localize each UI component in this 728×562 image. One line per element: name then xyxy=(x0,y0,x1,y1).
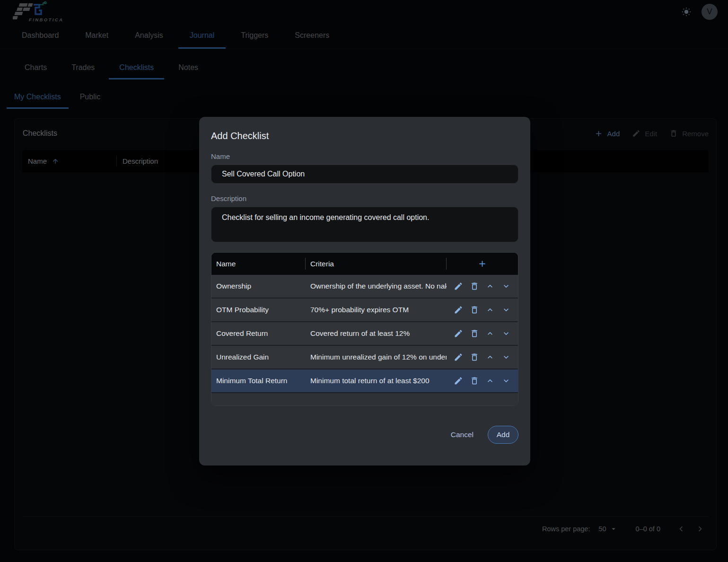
criteria-table-header: Name Criteria xyxy=(211,253,518,275)
chevron-down-icon xyxy=(501,281,511,291)
checklist-description-input[interactable]: Checklist for selling an income generati… xyxy=(211,207,518,242)
criteria-column-name: Name xyxy=(211,253,306,275)
criterion-actions xyxy=(447,304,518,316)
description-field-label: Description xyxy=(211,194,518,202)
criteria-row[interactable]: Minimum Total Return Minimum total retur… xyxy=(211,369,518,393)
chevron-down-icon xyxy=(501,376,511,386)
delete-criterion-button[interactable] xyxy=(469,351,480,363)
criteria-row[interactable]: Unrealized Gain Minimum unrealized gain … xyxy=(211,346,518,369)
criterion-actions xyxy=(447,351,518,363)
delete-criterion-button[interactable] xyxy=(469,281,480,292)
chevron-up-icon xyxy=(485,352,495,362)
move-criterion-up-button[interactable] xyxy=(484,304,496,316)
move-criterion-up-button[interactable] xyxy=(484,328,496,339)
criterion-name: Unrealized Gain xyxy=(211,353,306,361)
chevron-up-icon xyxy=(485,329,495,338)
move-criterion-down-button[interactable] xyxy=(500,375,512,386)
add-criterion-button[interactable] xyxy=(477,259,487,269)
criterion-actions xyxy=(447,375,518,386)
criteria-column-criteria: Criteria xyxy=(306,253,447,275)
confirm-add-button[interactable]: Add xyxy=(488,426,518,444)
criteria-column-actions xyxy=(447,253,518,275)
move-criterion-up-button[interactable] xyxy=(484,281,496,292)
edit-criterion-button[interactable] xyxy=(453,304,464,316)
chevron-down-icon xyxy=(501,329,511,338)
trash-icon xyxy=(470,305,479,315)
trash-icon xyxy=(470,376,479,386)
criteria-rows: Ownership Ownership of the underlying as… xyxy=(211,275,518,393)
edit-criterion-button[interactable] xyxy=(453,281,464,292)
pencil-icon xyxy=(454,376,463,386)
criterion-text: Ownership of the underlying asset. No na… xyxy=(306,282,447,290)
name-field-label: Name xyxy=(211,152,518,160)
add-checklist-dialog: Add Checklist Name Description Checklist… xyxy=(199,117,530,465)
criterion-actions xyxy=(447,328,518,339)
criteria-row[interactable]: OTM Probability 70%+ probability expires… xyxy=(211,299,518,322)
trash-icon xyxy=(470,281,479,291)
dialog-title: Add Checklist xyxy=(211,131,518,141)
move-criterion-down-button[interactable] xyxy=(500,328,512,339)
delete-criterion-button[interactable] xyxy=(469,328,480,339)
move-criterion-up-button[interactable] xyxy=(484,375,496,386)
chevron-down-icon xyxy=(501,352,511,362)
criterion-actions xyxy=(447,281,518,292)
chevron-up-icon xyxy=(485,376,495,386)
criterion-text: Minimum total return of at least $200 xyxy=(306,377,447,385)
pencil-icon xyxy=(454,329,463,338)
pencil-icon xyxy=(454,352,463,362)
plus-icon xyxy=(477,259,487,269)
move-criterion-down-button[interactable] xyxy=(500,351,512,363)
criteria-row[interactable]: Covered Return Covered return of at leas… xyxy=(211,322,518,346)
pencil-icon xyxy=(454,281,463,291)
criterion-name: Covered Return xyxy=(211,329,306,338)
edit-criterion-button[interactable] xyxy=(453,351,464,363)
criterion-name: Minimum Total Return xyxy=(211,377,306,385)
criterion-text: 70%+ probability expires OTM xyxy=(306,306,447,314)
criterion-text: Minimum unrealized gain of 12% on under… xyxy=(306,353,447,361)
delete-criterion-button[interactable] xyxy=(469,375,480,386)
criteria-row[interactable]: Ownership Ownership of the underlying as… xyxy=(211,275,518,299)
criterion-name: OTM Probability xyxy=(211,306,306,314)
move-criterion-up-button[interactable] xyxy=(484,351,496,363)
trash-icon xyxy=(470,352,479,362)
criteria-table-footer xyxy=(211,393,518,405)
checklist-name-input[interactable] xyxy=(211,165,518,184)
chevron-up-icon xyxy=(485,305,495,315)
criterion-text: Covered return of at least 12% xyxy=(306,329,447,338)
delete-criterion-button[interactable] xyxy=(469,304,480,316)
move-criterion-down-button[interactable] xyxy=(500,304,512,316)
cancel-button[interactable]: Cancel xyxy=(446,427,478,443)
pencil-icon xyxy=(454,305,463,315)
criterion-name: Ownership xyxy=(211,282,306,290)
edit-criterion-button[interactable] xyxy=(453,375,464,386)
chevron-down-icon xyxy=(501,305,511,315)
chevron-up-icon xyxy=(485,281,495,291)
move-criterion-down-button[interactable] xyxy=(500,281,512,292)
trash-icon xyxy=(470,329,479,338)
edit-criterion-button[interactable] xyxy=(453,328,464,339)
criteria-table: Name Criteria Ownership Ownership of the… xyxy=(211,252,518,406)
dialog-actions: Cancel Add xyxy=(211,426,518,444)
